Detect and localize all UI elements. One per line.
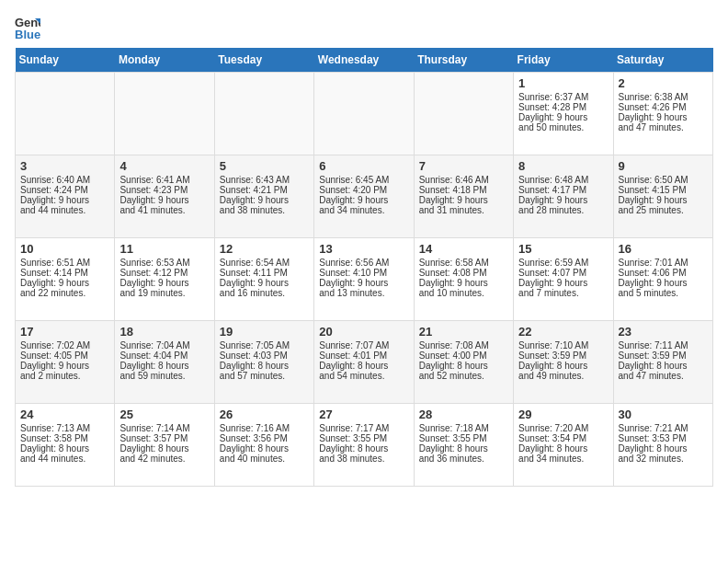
- day-info: Sunset: 4:26 PM: [619, 102, 708, 112]
- day-info: and 49 minutes.: [518, 371, 608, 381]
- day-info: Daylight: 8 hours: [20, 443, 109, 454]
- day-info: Sunset: 3:55 PM: [419, 433, 508, 443]
- day-info: Daylight: 8 hours: [119, 443, 209, 454]
- calendar-cell: 21Sunrise: 7:08 AMSunset: 4:00 PMDayligh…: [414, 321, 513, 404]
- day-info: Sunrise: 6:51 AM: [20, 258, 109, 268]
- week-row-5: 24Sunrise: 7:13 AMSunset: 3:58 PMDayligh…: [16, 404, 713, 487]
- day-info: and 54 minutes.: [319, 371, 408, 381]
- day-info: and 2 minutes.: [20, 371, 109, 381]
- calendar-cell: 13Sunrise: 6:56 AMSunset: 4:10 PMDayligh…: [314, 238, 414, 321]
- calendar-cell: 2Sunrise: 6:38 AMSunset: 4:26 PMDaylight…: [613, 73, 712, 155]
- day-info: Sunrise: 7:21 AM: [619, 423, 708, 433]
- day-info: Sunrise: 7:02 AM: [20, 340, 109, 350]
- day-info: Sunrise: 7:05 AM: [220, 340, 309, 350]
- calendar-cell: [115, 73, 214, 155]
- day-info: Sunset: 3:56 PM: [220, 433, 309, 443]
- day-number: 30: [619, 408, 708, 421]
- day-info: Sunrise: 7:07 AM: [319, 340, 408, 350]
- day-number: 1: [518, 76, 608, 90]
- day-info: and 34 minutes.: [518, 454, 608, 464]
- calendar-cell: 10Sunrise: 6:51 AMSunset: 4:14 PMDayligh…: [16, 238, 115, 321]
- day-info: and 57 minutes.: [220, 371, 309, 381]
- day-number: 25: [119, 408, 209, 421]
- calendar-cell: [414, 73, 513, 155]
- calendar-cell: 29Sunrise: 7:20 AMSunset: 3:54 PMDayligh…: [514, 404, 613, 487]
- day-info: and 34 minutes.: [319, 205, 408, 215]
- svg-text:Blue: Blue: [15, 28, 40, 40]
- day-info: Daylight: 8 hours: [220, 361, 309, 371]
- day-header-tuesday: Tuesday: [214, 48, 313, 73]
- calendar-cell: 30Sunrise: 7:21 AMSunset: 3:53 PMDayligh…: [613, 404, 712, 487]
- day-info: Daylight: 9 hours: [419, 195, 508, 205]
- day-info: Sunrise: 7:04 AM: [119, 340, 209, 350]
- calendar-cell: 28Sunrise: 7:18 AMSunset: 3:55 PMDayligh…: [414, 404, 513, 487]
- calendar-cell: [314, 73, 414, 155]
- calendar-cell: [16, 73, 115, 155]
- day-header-friday: Friday: [514, 48, 613, 73]
- day-info: Sunrise: 6:53 AM: [119, 258, 209, 268]
- day-number: 28: [419, 408, 508, 421]
- day-number: 15: [518, 242, 608, 256]
- day-info: Sunrise: 7:16 AM: [220, 423, 309, 433]
- logo-icon: General Blue: [15, 15, 40, 40]
- day-info: Daylight: 9 hours: [20, 361, 109, 371]
- day-info: Daylight: 9 hours: [518, 195, 608, 205]
- day-info: Daylight: 9 hours: [319, 278, 408, 288]
- calendar-cell: 5Sunrise: 6:43 AMSunset: 4:21 PMDaylight…: [214, 155, 313, 238]
- day-number: 4: [119, 159, 209, 173]
- day-info: Sunset: 4:10 PM: [319, 268, 408, 278]
- day-info: Sunrise: 6:46 AM: [419, 175, 508, 185]
- day-info: and 25 minutes.: [619, 205, 708, 215]
- day-info: Sunrise: 6:37 AM: [518, 92, 608, 102]
- day-info: and 38 minutes.: [220, 205, 309, 215]
- day-info: Sunset: 4:06 PM: [619, 268, 708, 278]
- calendar-cell: 14Sunrise: 6:58 AMSunset: 4:08 PMDayligh…: [414, 238, 513, 321]
- days-header-row: SundayMondayTuesdayWednesdayThursdayFrid…: [16, 48, 713, 73]
- day-info: Daylight: 8 hours: [220, 443, 309, 454]
- day-info: Daylight: 8 hours: [619, 443, 708, 454]
- day-number: 18: [119, 325, 209, 339]
- day-header-thursday: Thursday: [414, 48, 513, 73]
- day-info: and 16 minutes.: [220, 288, 309, 298]
- day-info: Sunrise: 6:58 AM: [419, 258, 508, 268]
- day-info: and 5 minutes.: [619, 288, 708, 298]
- day-number: 6: [319, 159, 408, 173]
- calendar-cell: 12Sunrise: 6:54 AMSunset: 4:11 PMDayligh…: [214, 238, 313, 321]
- day-number: 29: [518, 408, 608, 421]
- logo: General Blue: [15, 15, 44, 40]
- day-number: 5: [220, 159, 309, 173]
- day-info: Sunrise: 7:10 AM: [518, 340, 608, 350]
- day-info: Sunset: 4:05 PM: [20, 350, 109, 361]
- day-info: Sunset: 3:59 PM: [619, 350, 708, 361]
- day-info: Sunset: 3:54 PM: [518, 433, 608, 443]
- day-info: Sunrise: 6:41 AM: [119, 175, 209, 185]
- day-info: Sunset: 4:21 PM: [220, 185, 309, 195]
- day-info: Sunrise: 7:01 AM: [619, 258, 708, 268]
- day-number: 9: [619, 159, 708, 173]
- day-info: Sunrise: 7:14 AM: [119, 423, 209, 433]
- calendar-cell: 26Sunrise: 7:16 AMSunset: 3:56 PMDayligh…: [214, 404, 313, 487]
- day-header-sunday: Sunday: [16, 48, 115, 73]
- day-header-wednesday: Wednesday: [314, 48, 414, 73]
- day-info: Daylight: 9 hours: [518, 112, 608, 122]
- week-row-4: 17Sunrise: 7:02 AMSunset: 4:05 PMDayligh…: [16, 321, 713, 404]
- day-number: 26: [220, 408, 309, 421]
- day-number: 24: [20, 408, 109, 421]
- day-info: and 44 minutes.: [20, 454, 109, 464]
- day-info: Daylight: 9 hours: [619, 278, 708, 288]
- day-info: Daylight: 9 hours: [319, 195, 408, 205]
- day-info: Daylight: 8 hours: [619, 361, 708, 371]
- calendar-cell: 17Sunrise: 7:02 AMSunset: 4:05 PMDayligh…: [16, 321, 115, 404]
- calendar-cell: 22Sunrise: 7:10 AMSunset: 3:59 PMDayligh…: [514, 321, 613, 404]
- day-info: Sunrise: 6:45 AM: [319, 175, 408, 185]
- calendar-cell: 25Sunrise: 7:14 AMSunset: 3:57 PMDayligh…: [115, 404, 214, 487]
- day-info: Daylight: 8 hours: [319, 361, 408, 371]
- day-info: Sunrise: 6:56 AM: [319, 258, 408, 268]
- day-info: Sunrise: 6:48 AM: [518, 175, 608, 185]
- day-info: and 59 minutes.: [119, 371, 209, 381]
- calendar-cell: 8Sunrise: 6:48 AMSunset: 4:17 PMDaylight…: [514, 155, 613, 238]
- day-info: Sunset: 3:59 PM: [518, 350, 608, 361]
- day-info: and 32 minutes.: [619, 454, 708, 464]
- day-info: and 40 minutes.: [220, 454, 309, 464]
- day-info: Sunset: 4:17 PM: [518, 185, 608, 195]
